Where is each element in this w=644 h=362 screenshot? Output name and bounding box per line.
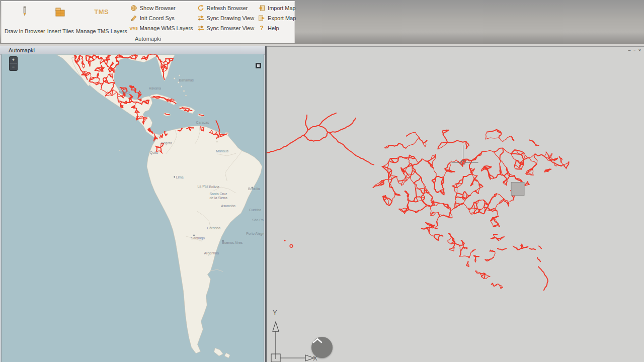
show-browser-button[interactable]: Show Browser — [130, 5, 193, 12]
ribbon-buttons-row: Draw in Browser Insert Tiles TMS Manage … — [2, 2, 294, 35]
import-map-button[interactable]: Import Map — [258, 5, 296, 12]
zoom-in-button[interactable]: + — [10, 57, 17, 63]
svg-text:La Paz: La Paz — [198, 185, 209, 188]
init-coord-sys-button[interactable]: Init Coord Sys — [130, 15, 193, 22]
automapki-browser-panel: Automapki HavanaBahamasMexicoCaracasBogo… — [0, 46, 265, 362]
globe-icon — [130, 5, 137, 12]
pencil-icon — [19, 4, 30, 19]
ribbon: Draw in Browser Insert Tiles TMS Manage … — [0, 0, 644, 45]
ribbon-column-io: Import Map Export Map ? Help — [256, 3, 298, 35]
svg-text:São Paulo: São Paulo — [252, 218, 264, 222]
insert-tiles-button[interactable]: Insert Tiles — [46, 3, 75, 35]
svg-text:Caracas: Caracas — [196, 121, 209, 124]
draw-in-browser-button[interactable]: Draw in Browser — [4, 3, 46, 35]
ribbon-group-automapki: Draw in Browser Insert Tiles TMS Manage … — [1, 1, 295, 43]
map-browser-viewport[interactable]: HavanaBahamasMexicoCaracasBogotáQuitoMan… — [1, 54, 264, 362]
minimize-icon[interactable]: – — [628, 48, 631, 53]
tms-layers-icon: TMS — [94, 4, 109, 19]
close-icon[interactable]: × — [638, 48, 641, 53]
svg-text:Brasília: Brasília — [248, 187, 260, 191]
svg-text:Buenos Aires: Buenos Aires — [222, 241, 243, 244]
svg-text:Mexico: Mexico — [119, 90, 130, 94]
svg-text:Porto Alegre: Porto Alegre — [246, 232, 264, 236]
inserted-tile-image[interactable] — [511, 183, 524, 196]
export-map-icon — [258, 15, 265, 22]
manage-wms-layers-button[interactable]: WMS Manage WMS Layers — [130, 25, 193, 32]
map-layers-button[interactable] — [256, 63, 261, 68]
import-map-icon — [258, 5, 265, 12]
drawing-canvas: YX — [267, 47, 644, 362]
svg-text:Bahamas: Bahamas — [179, 78, 194, 82]
sync-drawing-icon — [197, 15, 204, 22]
insert-tiles-label: Insert Tiles — [47, 28, 74, 34]
expand-panel-button[interactable] — [311, 337, 333, 358]
svg-text:Manaus: Manaus — [216, 149, 228, 153]
drawing-road-network — [267, 113, 569, 290]
svg-text:Asunción: Asunción — [221, 204, 235, 208]
sync-browser-icon — [197, 25, 204, 32]
ucs-y-label: Y — [273, 309, 277, 316]
ribbon-column-browser: Show Browser Init Coord Sys WMS Manage W… — [128, 3, 195, 35]
sync-drawing-view-button[interactable]: Sync Drawing View — [197, 15, 255, 22]
ucs-icon: YX — [271, 309, 317, 362]
zoom-out-button[interactable]: − — [10, 63, 17, 70]
manage-tms-layers-label: Manage TMS Layers — [76, 28, 127, 34]
refresh-browser-button[interactable]: Refresh Browser — [197, 5, 255, 12]
crosshair-cursor — [452, 145, 478, 164]
restore-icon[interactable]: ▫ — [634, 48, 635, 53]
panel-title: Automapki — [0, 46, 265, 55]
svg-text:Santiago: Santiago — [191, 236, 205, 240]
tiles-icon — [54, 4, 67, 19]
refresh-icon — [197, 5, 204, 12]
ribbon-column-sync: Refresh Browser Sync Drawing View Sync B… — [195, 3, 257, 35]
svg-text:Bogotá: Bogotá — [161, 141, 172, 145]
svg-text:Curitiba: Curitiba — [249, 208, 261, 212]
ribbon-tab-label[interactable]: Automapki — [2, 35, 294, 43]
help-icon: ? — [258, 25, 265, 32]
drawing-window-controls: – ▫ × — [628, 48, 641, 53]
svg-text:Lima: Lima — [176, 175, 184, 179]
svg-text:Argentina: Argentina — [204, 251, 219, 255]
svg-text:Havana: Havana — [149, 86, 161, 90]
svg-text:Santa Cruz: Santa Cruz — [209, 192, 227, 196]
workspace: Automapki HavanaBahamasMexicoCaracasBogo… — [0, 44, 644, 362]
svg-text:de la Sierra: de la Sierra — [209, 196, 227, 200]
hawaii-islands — [284, 240, 292, 247]
browser-map: HavanaBahamasMexicoCaracasBogotáQuitoMan… — [2, 54, 264, 362]
draw-in-browser-label: Draw in Browser — [5, 28, 45, 34]
layers-icon — [257, 64, 260, 67]
export-map-button[interactable]: Export Map — [258, 15, 296, 22]
drawing-viewport[interactable]: YX – ▫ × — [267, 46, 644, 362]
manage-tms-layers-button[interactable]: TMS Manage TMS Layers — [75, 3, 128, 35]
coord-pencil-icon — [130, 15, 137, 22]
help-button[interactable]: ? Help — [258, 25, 296, 32]
sync-browser-view-button[interactable]: Sync Browser View — [197, 25, 255, 32]
svg-text:Quito: Quito — [150, 151, 158, 155]
svg-text:Córdoba: Córdoba — [207, 226, 220, 230]
wms-layers-icon: WMS — [130, 25, 137, 32]
map-zoom-control: + − — [10, 57, 17, 70]
svg-text:Bolivia: Bolivia — [209, 185, 219, 189]
